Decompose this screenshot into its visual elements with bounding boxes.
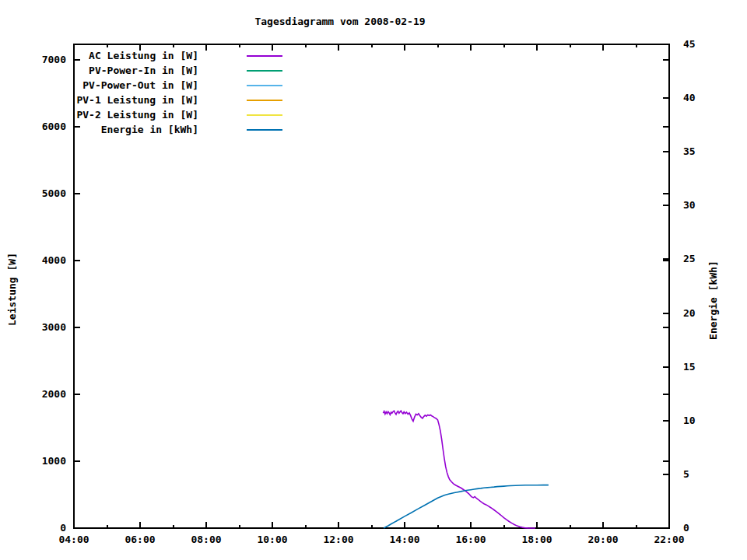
legend-line-sample [247,85,282,86]
legend-line-sample [247,70,282,72]
legend-label: PV-2 Leistung in [W] [74,107,198,122]
series-line-0 [383,411,535,528]
legend-item-pv2-leistung: PV-2 Leistung in [W] [74,107,300,122]
legend-item-energie: Energie in [kWh] [74,122,300,137]
legend-label: Energie in [kWh] [74,122,198,137]
legend-label: AC Leistung in [W] [74,48,198,63]
legend-item-pv1-leistung: PV-1 Leistung in [W] [74,93,300,107]
legend-line-sample [247,100,282,101]
legend-item-ac-leistung: AC Leistung in [W] [74,48,300,63]
legend-label: PV-Power-Out in [W] [74,78,198,93]
legend-line-sample [247,129,282,131]
legend-label: PV-1 Leistung in [W] [74,93,198,107]
tagesdiagramm-chart: Tagesdiagramm vom 2008-02-19 Leistung [W… [0,0,747,560]
legend-label: PV-Power-In in [W] [74,63,198,78]
legend-item-pv-power-in: PV-Power-In in [W] [74,63,300,78]
legend-line-sample [247,55,282,57]
legend-line-sample [247,114,282,116]
legend-item-pv-power-out: PV-Power-Out in [W] [74,78,300,93]
